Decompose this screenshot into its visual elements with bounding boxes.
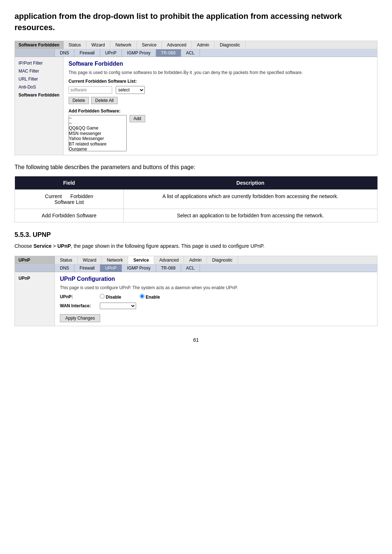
upnp-sub-tab-igmp[interactable]: IGMP Proxy	[122, 264, 156, 272]
add-section: Add Forbidden Software: -- -- QQ&QQ Game…	[69, 108, 372, 151]
section-number: 5.5.3.	[15, 231, 31, 238]
wan-interface-row: WAN Interface:	[60, 303, 372, 309]
software-input[interactable]	[69, 86, 112, 94]
field-cell-1: Current ForbiddenSoftware List	[15, 189, 124, 209]
page-desc: This page is used to config some softwar…	[69, 70, 372, 75]
software-select[interactable]: -- -- QQ&QQ Game MSN messenger Yahoo Mes…	[69, 115, 127, 151]
sidebar-item-url[interactable]: URL Filter	[15, 75, 63, 83]
upnp-sub-tab-tr069[interactable]: TR-069	[156, 264, 181, 272]
disable-label: Disable	[100, 294, 136, 300]
top-nav-bar: Software Forbidden Status Wizard Network…	[15, 41, 377, 49]
sidebar-item-ipport[interactable]: IP/Port Filter	[15, 59, 63, 67]
upnp-tab-network[interactable]: Network	[102, 256, 128, 264]
table-header-description: Description	[123, 176, 377, 190]
tab-diagnostic[interactable]: Diagnostic	[215, 41, 245, 49]
upnp-label: UPnP:	[60, 294, 96, 299]
table-header-field: Field	[15, 176, 124, 190]
sub-nav-label	[15, 49, 55, 57]
upnp-tab-advanced[interactable]: Advanced	[154, 256, 184, 264]
upnp-nav-tabs: Status Wizard Network Service Advanced A…	[55, 256, 377, 264]
select-dropdown[interactable]: select	[116, 86, 145, 94]
table-row: Add Forbidden Software Select an applica…	[15, 209, 377, 222]
upnp-sub-tab-upnp[interactable]: UPnP	[100, 264, 122, 272]
software-forbidden-panel: Software Forbidden Status Wizard Network…	[15, 41, 377, 155]
add-row: -- -- QQ&QQ Game MSN messenger Yahoo Mes…	[69, 115, 372, 151]
main-content: Software Forbidden This page is used to …	[64, 57, 377, 155]
tab-advanced[interactable]: Advanced	[162, 41, 192, 49]
nav-tabs: Status Wizard Network Service Advanced A…	[64, 41, 377, 49]
sidebar-item-mac[interactable]: MAC Filter	[15, 67, 63, 75]
upnp-form: UPnP: Disable Enable WAN Interface:	[60, 294, 372, 322]
field-cell-2: Add Forbidden Software	[15, 209, 124, 222]
upnp-sub-tab-firewall[interactable]: Firewall	[74, 264, 100, 272]
upnp-sub-tabs: DNS Firewall UPnP IGMP Proxy TR-069 ACL	[55, 264, 200, 272]
sidebar-item-software[interactable]: Software Forbidden	[15, 91, 63, 99]
upnp-page-title: UPnP Configuration	[60, 276, 372, 282]
upnp-content-area: UPnP UPnP Configuration This page is use…	[15, 272, 377, 326]
intro-text: application from the drop-down list to p…	[15, 11, 377, 33]
upnp-sub-nav-label	[15, 264, 55, 272]
panel-sidebar-label: Software Forbidden	[15, 41, 64, 49]
upnp-tab-service[interactable]: Service	[128, 256, 154, 264]
upnp-top-nav-bar: UPnP Status Wizard Network Service Advan…	[15, 256, 377, 264]
upnp-sub-nav-bar: DNS Firewall UPnP IGMP Proxy TR-069 ACL	[15, 264, 377, 272]
section-heading: 5.5.3. UPNP	[15, 231, 377, 239]
tab-network[interactable]: Network	[110, 41, 137, 49]
table-section-label: The following table describes the parame…	[15, 164, 377, 171]
enable-text: Enable	[146, 295, 160, 300]
sub-tabs: DNS Firewall UPnP IGMP Proxy TR-069 ACL	[55, 49, 200, 57]
enable-label: Enable	[140, 294, 176, 300]
upnp-tab-wizard[interactable]: Wizard	[78, 256, 102, 264]
tab-status[interactable]: Status	[64, 41, 86, 49]
upnp-tab-diagnostic[interactable]: Diagnostic	[207, 256, 238, 264]
delete-all-button[interactable]: Delete All	[91, 97, 118, 104]
content-area: IP/Port Filter MAC Filter URL Filter Ant…	[15, 57, 377, 155]
upnp-enable-radio[interactable]	[140, 294, 144, 299]
field-description-table: Field Description Current ForbiddenSoftw…	[15, 176, 377, 222]
sub-tab-tr069[interactable]: TR-069	[156, 49, 181, 57]
page-title: Software Forbidden	[69, 61, 372, 67]
wan-interface-select[interactable]	[100, 303, 136, 309]
disable-text: Disable	[106, 295, 121, 300]
section-intro: Choose Service > UPnP, the page shown in…	[15, 242, 377, 250]
section-title: UPNP	[33, 231, 51, 238]
filter-row: select	[69, 86, 372, 94]
btn-row: Delete Delete All	[69, 97, 372, 104]
sub-nav-bar: DNS Firewall UPnP IGMP Proxy TR-069 ACL	[15, 49, 377, 57]
upnp-sub-tab-dns[interactable]: DNS	[55, 264, 74, 272]
upnp-panel: UPnP Status Wizard Network Service Advan…	[15, 256, 377, 326]
upnp-disable-radio[interactable]	[100, 294, 105, 299]
upnp-main-content: UPnP Configuration This page is used to …	[55, 272, 377, 326]
tab-service[interactable]: Service	[137, 41, 162, 49]
upnp-sidebar-item[interactable]: UPnP	[15, 274, 54, 282]
add-select-wrapper: -- -- QQ&QQ Game MSN messenger Yahoo Mes…	[69, 115, 127, 151]
sub-tab-acl[interactable]: ACL	[181, 49, 200, 57]
upnp-panel-sidebar-label: UPnP	[15, 256, 55, 264]
upnp-tab-status[interactable]: Status	[55, 256, 78, 264]
table-row: Current ForbiddenSoftware List A list of…	[15, 189, 377, 209]
upnp-page-desc: This page is used to configure UPnP. The…	[60, 285, 372, 290]
sidebar: IP/Port Filter MAC Filter URL Filter Ant…	[15, 57, 64, 155]
upnp-sidebar: UPnP	[15, 272, 55, 326]
tab-wizard[interactable]: Wizard	[86, 41, 110, 49]
add-button[interactable]: Add	[130, 115, 145, 122]
upnp-enable-row: UPnP: Disable Enable	[60, 294, 372, 300]
desc-cell-1: A list of applications which are current…	[123, 189, 377, 209]
upnp-radio-group: Disable Enable	[100, 294, 176, 300]
sidebar-item-antidos[interactable]: Anti-DoS	[15, 83, 63, 91]
page-number: 61	[15, 337, 377, 343]
apply-changes-button[interactable]: Apply Changes	[60, 314, 100, 322]
delete-button[interactable]: Delete	[69, 97, 89, 104]
upnp-sub-tab-acl[interactable]: ACL	[181, 264, 200, 272]
sub-tab-upnp[interactable]: UPnP	[100, 49, 122, 57]
tab-admin[interactable]: Admin	[192, 41, 215, 49]
sub-tab-firewall[interactable]: Firewall	[74, 49, 100, 57]
desc-cell-2: Select an application to be forbidden fr…	[123, 209, 377, 222]
upnp-tab-admin[interactable]: Admin	[184, 256, 207, 264]
wan-interface-label: WAN Interface:	[60, 303, 96, 308]
add-label: Add Forbidden Software:	[69, 108, 372, 114]
sub-tab-dns[interactable]: DNS	[55, 49, 74, 57]
sub-tab-igmp[interactable]: IGMP Proxy	[122, 49, 156, 57]
current-list-label: Current Forbidden Software List:	[69, 79, 372, 84]
